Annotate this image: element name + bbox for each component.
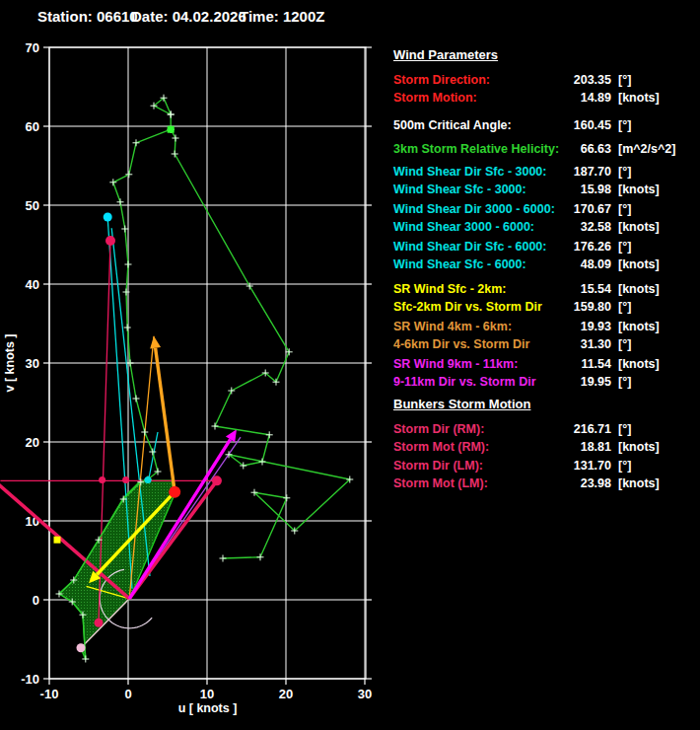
parameter-unit: [knots] [618, 219, 660, 235]
parameter-label: SR Wind 9km - 11km: [393, 356, 518, 372]
parameter-value: 48.09 [503, 256, 611, 272]
parameter-value: 160.45 [503, 117, 611, 133]
parameter-value: 15.54 [503, 281, 611, 297]
parameter-row: Wind Shear 3000 - 6000:32.58[knots] [0, 219, 700, 235]
parameter-unit: [°] [618, 72, 631, 88]
parameter-row: Wind Shear Dir 3000 - 6000:170.67[°] [0, 201, 700, 217]
parameter-row: 4-6km Dir vs. Storm Dir31.30[°] [0, 336, 700, 352]
parameter-value: 18.81 [503, 439, 611, 455]
parameter-unit: [knots] [618, 90, 660, 106]
parameter-value: 203.35 [503, 72, 611, 88]
parameter-row: Sfc-2km Dir vs. Storm Dir159.80[°] [0, 299, 700, 315]
parameter-row: 500m Critical Angle:160.45[°] [0, 117, 700, 133]
parameter-unit: [°] [618, 164, 631, 180]
parameter-label: Storm Direction: [393, 72, 490, 88]
parameter-value: 23.98 [503, 475, 611, 491]
parameter-label: SR Wind Sfc - 2km: [393, 281, 506, 297]
parameter-value: 19.93 [503, 319, 611, 334]
parameter-unit: [°] [618, 299, 631, 315]
parameter-value: 32.58 [503, 219, 611, 235]
parameter-value: 15.98 [503, 182, 611, 197]
parameter-row: Storm Dir (RM):216.71[°] [0, 421, 700, 437]
parameter-unit: [knots] [618, 319, 660, 334]
parameter-value: 170.67 [503, 201, 611, 217]
parameter-value: 66.63 [503, 141, 611, 157]
hodograph-app-window: { "title": { "station": "Station: 06610"… [0, 0, 700, 730]
parameter-label: Storm Mot (RM): [393, 439, 489, 455]
parameter-unit: [°] [618, 117, 631, 133]
parameter-unit: [°] [618, 374, 631, 390]
parameter-label: Storm Dir (RM): [393, 421, 484, 437]
parameter-unit: [°] [618, 458, 631, 474]
parameter-value: 131.70 [503, 458, 611, 474]
parameter-label: Storm Mot (LM): [393, 475, 488, 491]
parameter-row: SR Wind 4km - 6km:19.93[knots] [0, 319, 700, 334]
parameter-value: 176.26 [503, 239, 611, 255]
parameter-unit: [°] [618, 336, 631, 352]
parameter-row: Storm Dir (LM):131.70[°] [0, 458, 700, 474]
parameter-unit: [°] [618, 239, 631, 255]
panel-heading-0: Wind Parameters [393, 47, 498, 62]
wind-parameters-panel: Wind ParametersBunkers Storm MotionStorm… [0, 0, 700, 730]
parameter-row: SR Wind 9km - 11km:11.54[knots] [0, 356, 700, 372]
parameter-value: 159.80 [503, 299, 611, 315]
parameter-value: 14.89 [503, 90, 611, 106]
parameter-row: Wind Shear Dir Sfc - 3000:187.70[°] [0, 164, 700, 180]
parameter-row: SR Wind Sfc - 2km:15.54[knots] [0, 281, 700, 297]
parameter-value: 31.30 [503, 336, 611, 352]
parameter-row: Storm Mot (RM):18.81[knots] [0, 439, 700, 455]
parameter-unit: [°] [618, 421, 631, 437]
parameter-label: Storm Motion: [393, 90, 477, 106]
parameter-row: Storm Mot (LM):23.98[knots] [0, 475, 700, 491]
parameter-unit: [knots] [618, 182, 660, 197]
parameter-value: 11.54 [503, 356, 611, 372]
parameter-unit: [knots] [618, 256, 660, 272]
parameter-row: Storm Direction:203.35[°] [0, 72, 700, 88]
parameter-row: Wind Shear Dir Sfc - 6000:176.26[°] [0, 239, 700, 255]
parameter-label: Storm Dir (LM): [393, 458, 483, 474]
parameter-row: Wind Shear Sfc - 6000:48.09[knots] [0, 256, 700, 272]
parameter-row: 9-11km Dir vs. Storm Dir19.95[°] [0, 374, 700, 390]
parameter-row: Wind Shear Sfc - 3000:15.98[knots] [0, 182, 700, 197]
parameter-value: 187.70 [503, 164, 611, 180]
parameter-row: 3km Storm Relative Helicity:66.63[m^2/s^… [0, 141, 700, 157]
parameter-unit: [knots] [618, 439, 660, 455]
parameter-row: Storm Motion:14.89[knots] [0, 90, 700, 106]
parameter-unit: [knots] [618, 356, 660, 372]
parameter-label: SR Wind 4km - 6km: [393, 319, 512, 334]
panel-heading-1: Bunkers Storm Motion [393, 397, 530, 411]
parameter-value: 216.71 [503, 421, 611, 437]
parameter-unit: [m^2/s^2] [618, 141, 675, 157]
parameter-unit: [knots] [618, 475, 660, 491]
parameter-value: 19.95 [503, 374, 611, 390]
parameter-unit: [°] [618, 201, 631, 217]
parameter-unit: [knots] [618, 281, 660, 297]
parameter-label: 500m Critical Angle: [393, 117, 512, 133]
